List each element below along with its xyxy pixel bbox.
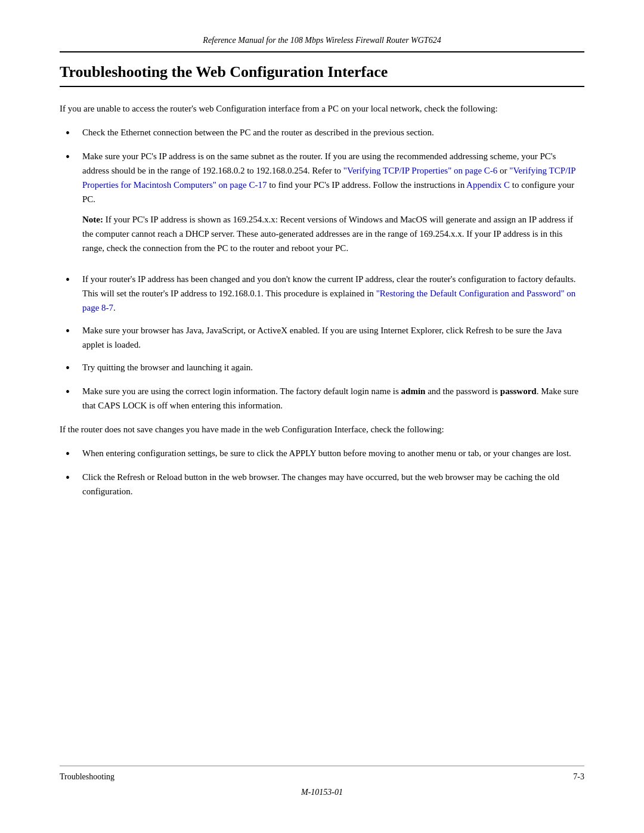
list-item: • If your router's IP address has been c… [60,272,584,315]
bullet-text: Click the Refresh or Reload button in th… [82,470,584,498]
footer-content: Troubleshooting 7-3 [60,772,584,782]
note-label: Note: [82,215,103,224]
footer-divider [60,766,584,766]
bullet-text: Try quitting the browser and launching i… [82,360,584,374]
footer-model: M-10153-01 [301,788,343,797]
bullet-char: • [66,384,82,400]
bullet-char: • [66,446,82,462]
bullet-char: • [66,323,82,339]
bullet-list-2: • When entering configuration settings, … [60,446,584,498]
bullet-char: • [66,125,82,141]
bullet-text: Check the Ethernet connection between th… [82,125,584,140]
list-item: • Try quitting the browser and launching… [60,360,584,376]
bullet-text: When entering configuration settings, be… [82,446,584,460]
bullet-list-1: • Check the Ethernet connection between … [60,125,584,413]
list-item: • Make sure you are using the correct lo… [60,384,584,413]
header-title: Reference Manual for the 108 Mbps Wirele… [203,36,441,45]
footer: Troubleshooting 7-3 M-10153-01 [60,766,584,797]
password-label: password [500,386,537,396]
bullet-text: Make sure your browser has Java, JavaScr… [82,323,584,352]
bullet-char: • [66,272,82,287]
section2-intro: If the router does not save changes you … [60,422,584,436]
page-header: Reference Manual for the 108 Mbps Wirele… [60,36,584,52]
admin-label: admin [401,386,426,396]
bullet-char: • [66,360,82,376]
note-paragraph: Note: If your PC's IP address is shown a… [82,212,584,255]
bullet-char: • [66,149,82,165]
footer-center: M-10153-01 [60,788,584,797]
bullet-char: • [66,470,82,485]
link-tcp-ip-properties[interactable]: "Verifying TCP/IP Properties" on page C-… [343,166,497,175]
list-item: • Make sure your PC's IP address is on t… [60,149,584,264]
bullet-text: Make sure you are using the correct logi… [82,384,584,413]
link-appendix-c[interactable]: Appendix C [466,180,510,190]
list-item: • Click the Refresh or Reload button in … [60,470,584,498]
list-item: • Make sure your browser has Java, JavaS… [60,323,584,352]
bullet-text: If your router's IP address has been cha… [82,272,584,315]
list-item: • Check the Ethernet connection between … [60,125,584,141]
link-restoring-default[interactable]: "Restoring the Default Configuration and… [82,289,575,312]
bullet-text: Make sure your PC's IP address is on the… [82,149,584,264]
footer-right: 7-3 [573,772,584,782]
intro-paragraph: If you are unable to access the router's… [60,101,584,116]
list-item: • When entering configuration settings, … [60,446,584,462]
footer-left: Troubleshooting [60,772,114,782]
page-title: Troubleshooting the Web Configuration In… [60,63,584,87]
